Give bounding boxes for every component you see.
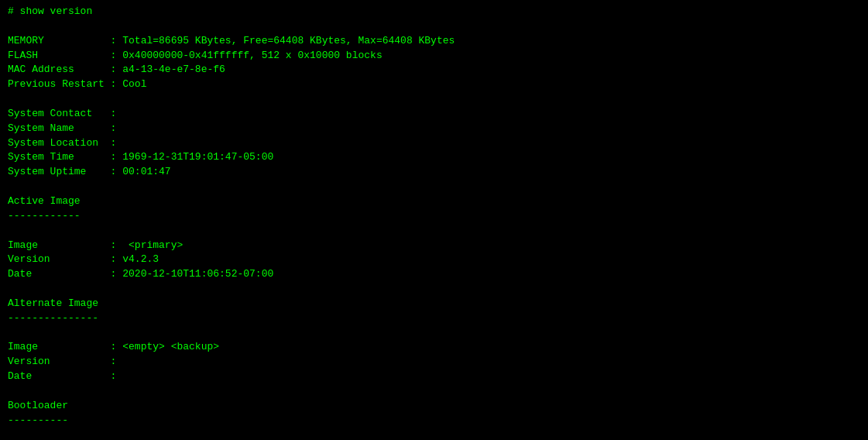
terminal-line: System Uptime : 00:01:47 [8,165,860,180]
terminal-line [8,92,860,107]
terminal-line: Version : v4.2.3 [8,253,860,267]
terminal-line: Image : <primary> [8,239,860,253]
terminal-line: Bootloader [8,399,860,414]
terminal-line: System Contact : [8,107,860,122]
terminal-line: ------------ [8,209,860,224]
terminal-line: MAC Address : a4-13-4e-e7-8e-f6 [8,63,860,77]
terminal-line [8,326,860,341]
terminal-line [8,19,860,34]
terminal-line: Date : 2020-12-10T11:06:52-07:00 [8,267,860,282]
terminal-line: --------------- [8,311,860,326]
terminal-line: # show version [8,5,860,19]
terminal-line: Image : <empty> <backup> [8,340,860,355]
terminal-line: ---------- [8,414,860,428]
terminal-line [8,224,860,239]
terminal-line: Date : [8,370,860,384]
terminal-line: Previous Restart : Cool [8,77,860,92]
terminal-line [8,282,860,297]
terminal-line: System Location : [8,136,860,151]
terminal-line: Active Image [8,194,860,209]
terminal-line: System Name : [8,122,860,136]
terminal-line: FLASH : 0x40000000-0x41ffffff, 512 x 0x1… [8,49,860,64]
terminal-line: System Time : 1969-12-31T19:01:47-05:00 [8,150,860,165]
terminal-output: # show version MEMORY : Total=86695 KByt… [8,5,860,440]
terminal-line: Version : [8,355,860,370]
terminal-line [8,180,860,194]
terminal-line [8,428,860,440]
terminal-line [8,384,860,399]
terminal-line: Alternate Image [8,297,860,311]
terminal-line: MEMORY : Total=86695 KBytes, Free=64408 … [8,34,860,49]
